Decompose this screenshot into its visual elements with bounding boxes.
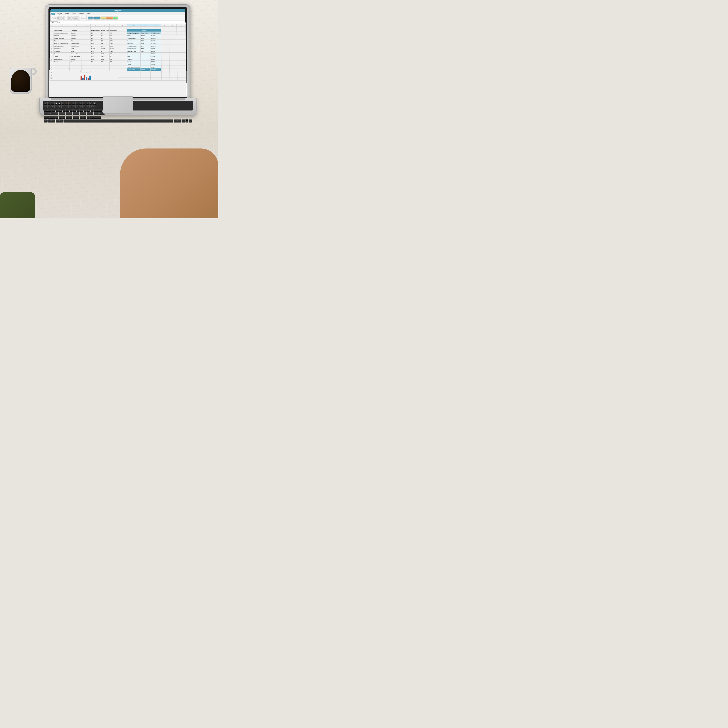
semicolon-key[interactable]: :; <box>87 112 90 115</box>
normal2-btn[interactable]: Normal 2 <box>87 16 94 20</box>
col-header-g[interactable]: G <box>118 24 127 27</box>
menu-tables[interactable]: Tables <box>71 13 77 15</box>
w-key[interactable]: W <box>56 109 59 112</box>
col-header-b[interactable]: B <box>70 24 82 27</box>
col-header-a[interactable]: A <box>54 24 70 27</box>
e-key[interactable]: E <box>59 109 62 112</box>
5-key[interactable]: %5 <box>61 105 64 108</box>
calculation-btn[interactable]: Calculation <box>106 16 113 20</box>
menu-file[interactable]: File <box>51 13 55 15</box>
col-header-l[interactable]: L <box>169 24 177 27</box>
left-arrow-key[interactable]: ◀ <box>182 119 185 122</box>
right-arrow-key[interactable]: ▶ <box>189 119 192 122</box>
y-key[interactable]: Y <box>70 109 73 112</box>
b-key[interactable]: B <box>69 116 72 119</box>
d-key[interactable]: D <box>62 112 65 115</box>
tab-key[interactable]: tab <box>44 109 52 112</box>
menu-charts[interactable]: Charts <box>79 13 84 15</box>
f1-key[interactable]: ☀ <box>47 102 50 105</box>
7-key[interactable]: &7 <box>68 105 71 108</box>
control-key[interactable]: control <box>47 119 55 122</box>
plus-key[interactable]: += <box>86 105 89 108</box>
f10-key[interactable]: ⏭ <box>79 102 82 105</box>
menu-view[interactable]: View <box>86 13 90 15</box>
f7-key[interactable]: 🔆 <box>68 102 71 105</box>
f9-key[interactable]: ⏸ <box>75 102 78 105</box>
v-key[interactable]: V <box>66 116 69 119</box>
italic-btn[interactable]: I <box>60 16 62 20</box>
menu-layout[interactable]: Layout <box>57 13 63 15</box>
period-key[interactable]: . <box>83 116 86 119</box>
col-header-e[interactable]: E <box>100 24 110 27</box>
backslash-key[interactable]: |\ <box>94 109 102 112</box>
z-key[interactable]: Z <box>55 116 58 119</box>
quote-key[interactable]: "' <box>90 112 93 115</box>
f-key[interactable]: F <box>66 112 69 115</box>
down-arrow-key[interactable]: ▼ <box>185 121 188 122</box>
lbracket-key[interactable]: {[ <box>87 109 90 112</box>
n-key[interactable]: N <box>73 116 76 119</box>
col-header-h[interactable]: H <box>127 24 141 27</box>
check-btn[interactable]: Check <box>113 16 118 20</box>
fn-key[interactable]: fn <box>44 119 47 122</box>
f2-key[interactable]: ☀☀ <box>51 102 54 105</box>
f13-key[interactable]: 🔊 <box>89 102 92 105</box>
f11-key[interactable]: 🔇 <box>82 102 86 105</box>
esc-key[interactable]: esc <box>44 102 47 105</box>
power-key[interactable]: ⏼ <box>93 102 96 105</box>
cell-reference[interactable]: G25 <box>51 21 58 23</box>
4-key[interactable]: $4 <box>58 105 61 108</box>
left-shift-key[interactable]: shift <box>44 116 55 119</box>
col-header-f[interactable]: F <box>110 24 118 27</box>
align-center-btn[interactable]: ≡ <box>70 16 72 20</box>
s-key[interactable]: S <box>59 112 62 115</box>
9-key[interactable]: (9 <box>75 105 78 108</box>
tilde-key[interactable]: ~ <box>44 105 47 108</box>
col-header-i[interactable]: I <box>141 24 150 27</box>
f12-key[interactable]: 🔉 <box>86 102 89 105</box>
bold-btn[interactable]: B <box>57 16 60 20</box>
col-header-m[interactable]: M <box>177 24 186 27</box>
caps-lock-key[interactable]: caps lock <box>44 112 55 115</box>
col-header-c[interactable]: C <box>82 24 90 27</box>
col-header-k[interactable]: K <box>161 24 169 27</box>
right-shift-key[interactable]: shift <box>90 116 101 119</box>
slash-key[interactable]: ?/ <box>87 116 90 119</box>
u-key[interactable]: U <box>73 109 76 112</box>
delete-key[interactable]: delete <box>89 105 95 108</box>
0-key[interactable]: )0 <box>79 105 82 108</box>
f8-key[interactable]: ⏮ <box>72 102 75 105</box>
i-key[interactable]: I <box>76 109 80 112</box>
wrap-text-btn[interactable]: Wrap Text <box>72 16 79 20</box>
left-alt-key[interactable]: altoption <box>56 119 64 122</box>
comma-key[interactable]: , <box>80 116 83 119</box>
rbracket-key[interactable]: }] <box>90 109 94 112</box>
neutral-btn[interactable]: Neutral <box>101 16 106 20</box>
excel-menu-bar[interactable]: File Layout Insert Tables Charts View <box>50 12 185 15</box>
m-key[interactable]: M <box>76 116 79 119</box>
j-key[interactable]: J <box>76 112 79 115</box>
f6-key[interactable]: 🔅 <box>65 102 68 105</box>
menu-insert[interactable]: Insert <box>64 13 69 15</box>
col-header-d[interactable]: D <box>90 24 100 27</box>
underline-btn[interactable]: U <box>63 16 65 20</box>
l-key[interactable]: L <box>83 112 86 115</box>
r-key[interactable]: R <box>63 109 66 112</box>
f3-key[interactable]: ⬛⬜ <box>54 102 57 105</box>
t-key[interactable]: T <box>66 109 69 112</box>
col-header-j[interactable]: J <box>150 24 161 27</box>
8-key[interactable]: *8 <box>72 105 75 108</box>
1-key[interactable]: !1 <box>47 105 50 108</box>
spacebar-key[interactable] <box>64 119 173 122</box>
x-key[interactable]: X <box>59 116 62 119</box>
o-key[interactable]: O <box>80 109 83 112</box>
h-key[interactable]: H <box>73 112 76 115</box>
trackpad[interactable] <box>102 96 133 113</box>
6-key[interactable]: ^6 <box>65 105 68 108</box>
k-key[interactable]: K <box>80 112 83 115</box>
3-key[interactable]: #3 <box>54 105 57 108</box>
2-key[interactable]: @2 <box>51 105 54 108</box>
f5-key[interactable]: ⌨ <box>61 102 64 105</box>
f4-key[interactable]: ⬛⬜ <box>58 102 61 105</box>
minus-key[interactable]: _- <box>82 105 86 108</box>
